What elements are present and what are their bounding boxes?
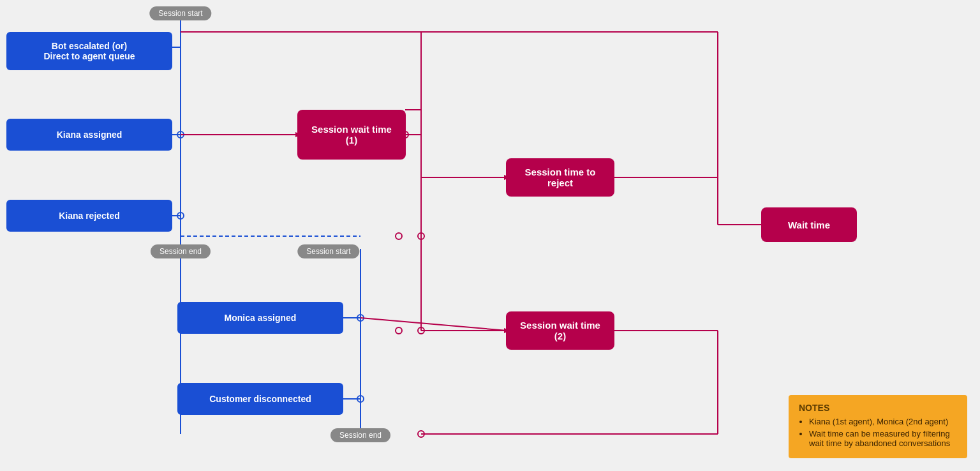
svg-point-23 bbox=[418, 327, 424, 334]
notes-list: Kiana (1st agent), Monica (2nd agent) Wa… bbox=[799, 417, 957, 448]
kiana-rejected-box: Kiana rejected bbox=[6, 200, 172, 232]
svg-point-3 bbox=[177, 131, 184, 138]
notes-item-1: Kiana (1st agent), Monica (2nd agent) bbox=[809, 417, 957, 426]
svg-point-22 bbox=[418, 233, 424, 239]
svg-point-33 bbox=[396, 327, 402, 334]
session-end-2-pill: Session end bbox=[330, 428, 390, 442]
svg-point-29 bbox=[357, 315, 364, 321]
notes-item-2: Wait time can be measured by filtering w… bbox=[809, 429, 957, 448]
bot-escalated-box: Bot escalated (or) Direct to agent queue bbox=[6, 32, 172, 70]
session-wait-time-2-box: Session wait time (2) bbox=[506, 311, 614, 350]
session-start-2-pill: Session start bbox=[297, 244, 359, 258]
svg-point-5 bbox=[177, 213, 184, 219]
session-time-to-reject-box: Session time to reject bbox=[506, 158, 614, 197]
session-start-1-pill: Session start bbox=[149, 6, 211, 20]
notes-box: NOTES Kiana (1st agent), Monica (2nd age… bbox=[789, 395, 967, 458]
svg-line-32 bbox=[360, 318, 507, 331]
svg-point-31 bbox=[357, 396, 364, 402]
notes-title: NOTES bbox=[799, 403, 957, 413]
kiana-assigned-box: Kiana assigned bbox=[6, 119, 172, 151]
session-end-1-pill: Session end bbox=[151, 244, 211, 258]
customer-disconnected-box: Customer disconnected bbox=[177, 383, 343, 415]
wait-time-box: Wait time bbox=[761, 207, 857, 242]
monica-assigned-box: Monica assigned bbox=[177, 302, 343, 334]
svg-point-18 bbox=[396, 233, 402, 239]
diagram-container: Session start Bot escalated (or) Direct … bbox=[0, 0, 980, 471]
svg-point-34 bbox=[418, 431, 424, 437]
session-wait-time-1-box: Session wait time (1) bbox=[297, 110, 406, 160]
